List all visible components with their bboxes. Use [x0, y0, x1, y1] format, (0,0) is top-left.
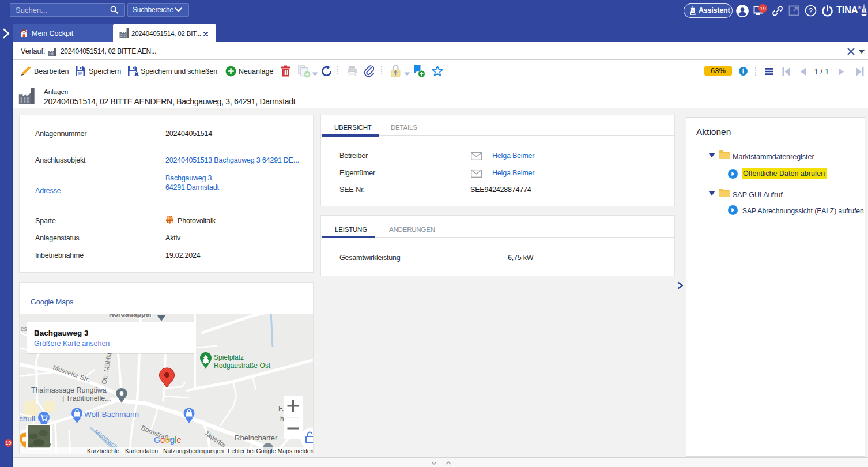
svg-text:g: g: [170, 435, 175, 445]
svg-text:G: G: [154, 435, 160, 445]
svg-text:o: o: [165, 435, 170, 445]
svg-text:Kurzbefehle: Kurzbefehle: [87, 447, 119, 454]
svg-text:| Traditionelle...: | Traditionelle...: [62, 394, 111, 402]
svg-text:F.: F.: [278, 405, 284, 413]
svg-text:es: es: [21, 326, 27, 332]
svg-text:h: h: [280, 415, 284, 423]
svg-text:Fehler bei Google Maps melden: Fehler bei Google Maps melden: [228, 447, 313, 454]
svg-text:Rheincharter: Rheincharter: [235, 434, 278, 442]
svg-text:chull: chull: [20, 415, 35, 423]
svg-text:Spielplatz: Spielplatz: [214, 353, 244, 361]
svg-text:Nordauappel: Nordauappel: [109, 314, 151, 318]
svg-text:Bachgauweg 3: Bachgauweg 3: [34, 329, 89, 337]
svg-text:Woll-Bachmann: Woll-Bachmann: [84, 410, 139, 419]
svg-text:Größere Karte ansehen: Größere Karte ansehen: [34, 340, 110, 348]
svg-text:?: ?: [809, 7, 813, 15]
svg-text:Thaimassage Rungtiwa: Thaimassage Rungtiwa: [31, 386, 107, 394]
svg-text:Rodgaustraße Ost: Rodgaustraße Ost: [214, 361, 271, 370]
svg-text:Nutzungsbedingungen: Nutzungsbedingungen: [163, 447, 224, 454]
svg-text:e: e: [177, 435, 182, 445]
svg-text:Kartendaten: Kartendaten: [125, 447, 158, 454]
svg-text:o: o: [160, 435, 165, 445]
